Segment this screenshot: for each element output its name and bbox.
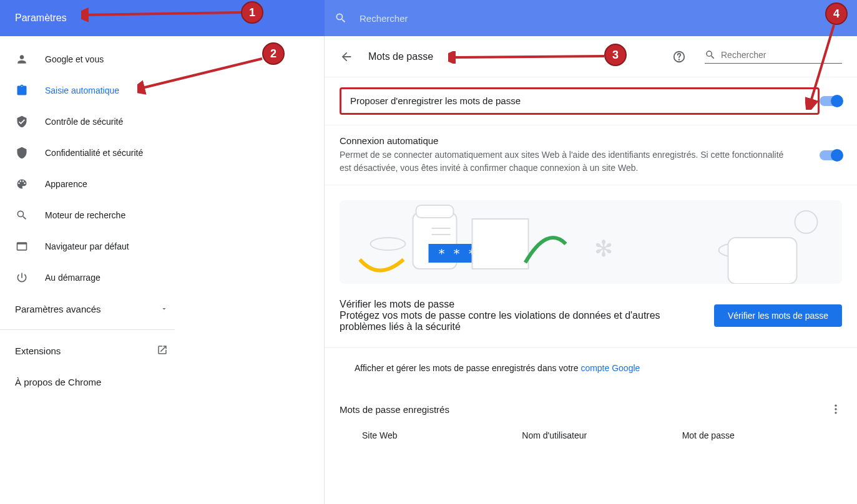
table-header-site: Site Web — [362, 430, 522, 440]
external-link-icon — [157, 344, 168, 357]
palette-icon — [15, 177, 29, 191]
chevron-down-icon — [160, 304, 168, 314]
google-account-link[interactable]: compte Google — [580, 363, 640, 373]
saved-passwords-label: Mots de passe enregistrés — [340, 404, 449, 415]
person-icon — [15, 52, 29, 66]
shield-icon — [15, 146, 29, 160]
search-icon — [705, 49, 716, 61]
passwords-table-header: Site Web Nom d'utilisateur Mot de passe — [325, 425, 857, 440]
browser-icon — [15, 240, 29, 253]
sidebar-about[interactable]: À propos de Chrome — [0, 366, 324, 397]
svg-rect-9 — [473, 219, 529, 269]
table-header-password: Mot de passe — [682, 430, 842, 440]
sidebar-item-appearance[interactable]: Apparence — [0, 168, 324, 200]
back-arrow-icon[interactable] — [340, 50, 353, 64]
annotation-marker-1: 1 — [241, 1, 263, 24]
header-title-area: Paramètres — [0, 0, 325, 36]
svg-point-16 — [835, 412, 836, 414]
search-icon — [335, 12, 347, 24]
svg-point-14 — [835, 405, 836, 407]
check-passwords-button[interactable]: Vérifier les mots de passe — [714, 304, 842, 327]
sidebar-about-label: À propos de Chrome — [15, 377, 101, 387]
sidebar-item-label: Apparence — [45, 179, 87, 189]
sidebar-item-startup[interactable]: Au démarrage — [0, 262, 324, 293]
sidebar-item-label: Au démarrage — [45, 273, 100, 283]
sidebar-item-safety[interactable]: Contrôle de sécurité — [0, 106, 324, 137]
sidebar-item-label: Contrôle de sécurité — [45, 117, 123, 127]
auto-signin-label: Connexion automatique — [340, 135, 820, 146]
setting-offer-save: Proposer d'enregistrer les mots de passe — [325, 77, 857, 125]
setting-auto-signin: Connexion automatique Permet de se conne… — [325, 125, 857, 185]
auto-signin-desc: Permet de se connecter automatiquement a… — [340, 148, 789, 175]
sidebar-advanced-label: Paramètres avancés — [15, 304, 101, 314]
svg-text:✻: ✻ — [594, 236, 613, 261]
svg-point-2 — [371, 238, 406, 250]
sidebar-extensions-label: Extensions — [15, 346, 61, 356]
annotation-marker-3: 3 — [604, 44, 627, 66]
svg-rect-12 — [728, 238, 797, 284]
clipboard-icon — [15, 84, 29, 97]
sidebar-item-label: Saisie automatique — [45, 85, 119, 95]
saved-passwords-header: Mots de passe enregistrés — [325, 388, 857, 425]
main-header: Mots de passe — [325, 36, 857, 77]
auto-signin-toggle[interactable] — [820, 150, 842, 160]
sidebar-item-default-browser[interactable]: Navigateur par défaut — [0, 231, 324, 262]
annotation-marker-2: 2 — [262, 42, 285, 65]
google-account-text: Afficher et gérer les mots de passe enre… — [355, 363, 580, 373]
table-header-username: Nom d'utilisateur — [522, 430, 682, 440]
main-panel: Mots de passe Proposer d'enregistrer les… — [325, 36, 857, 504]
svg-point-1 — [679, 59, 680, 60]
check-passwords-section: Vérifier les mots de passe Protégez vos … — [325, 289, 857, 348]
sidebar-item-label: Confidentialité et sécurité — [45, 148, 143, 158]
header-search-placeholder: Rechercher — [360, 13, 408, 24]
passwords-search[interactable] — [705, 49, 842, 64]
offer-save-label: Proposer d'enregistrer les mots de passe — [350, 95, 521, 106]
content-area: Google et vous Saisie automatique Contrô… — [0, 36, 857, 504]
search-icon — [15, 208, 29, 222]
sidebar-extensions[interactable]: Extensions — [0, 335, 324, 366]
svg-rect-4 — [416, 205, 454, 218]
offer-save-toggle[interactable] — [820, 96, 842, 106]
sidebar-item-label: Google et vous — [45, 54, 104, 64]
sidebar-advanced[interactable]: Paramètres avancés — [0, 293, 324, 324]
page-title: Mots de passe — [368, 51, 433, 62]
svg-point-13 — [795, 211, 818, 233]
illustration: * * * * | ✻ — [340, 200, 842, 284]
check-desc: Protégez vos mots de passe contre les vi… — [340, 310, 664, 332]
sidebar-item-search-engine[interactable]: Moteur de recherche — [0, 200, 324, 231]
more-vert-icon[interactable] — [830, 403, 842, 415]
power-icon — [15, 271, 29, 284]
help-icon[interactable] — [672, 50, 686, 64]
sidebar-item-autofill[interactable]: Saisie automatique — [0, 75, 324, 106]
app-header: Paramètres Rechercher — [0, 0, 857, 36]
svg-point-15 — [835, 408, 836, 410]
passwords-search-input[interactable] — [721, 50, 842, 60]
sidebar-item-privacy[interactable]: Confidentialité et sécurité — [0, 137, 324, 168]
sidebar: Google et vous Saisie automatique Contrô… — [0, 36, 325, 504]
header-search[interactable]: Rechercher — [325, 0, 857, 36]
shield-check-icon — [15, 115, 29, 128]
annotation-marker-4: 4 — [825, 2, 848, 25]
check-title: Vérifier les mots de passe — [340, 299, 714, 310]
sidebar-item-label: Navigateur par défaut — [45, 241, 129, 251]
sidebar-divider — [0, 329, 175, 330]
app-title: Paramètres — [15, 12, 67, 24]
sidebar-item-label: Moteur de recherche — [45, 210, 125, 220]
google-account-text-line: Afficher et gérer les mots de passe enre… — [325, 348, 857, 388]
